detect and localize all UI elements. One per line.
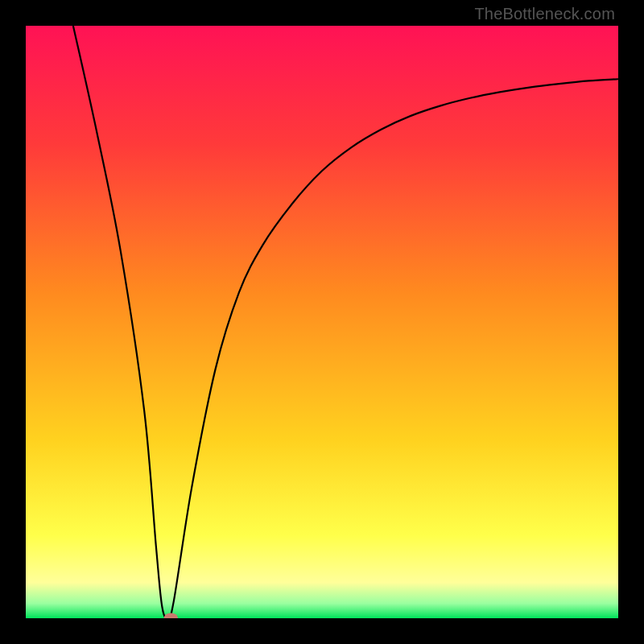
chart-stage: TheBottleneck.com xyxy=(0,0,644,644)
chart-svg xyxy=(26,26,618,618)
plot-area xyxy=(26,26,618,618)
background-rect xyxy=(26,26,618,618)
attribution-label: TheBottleneck.com xyxy=(474,5,615,23)
